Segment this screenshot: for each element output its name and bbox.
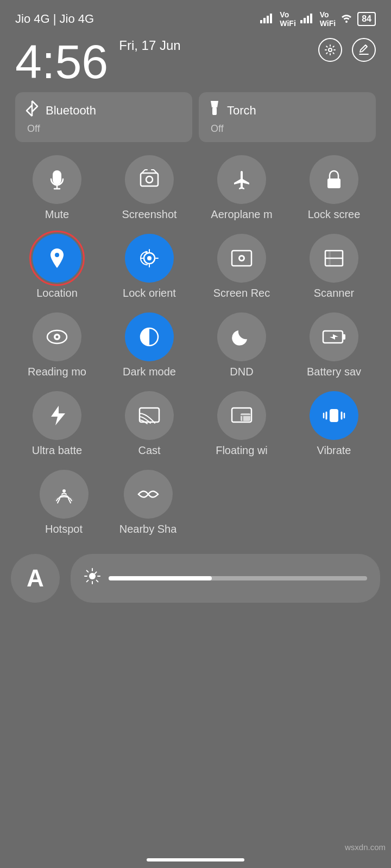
torch-label: Torch	[227, 104, 256, 118]
moon-icon	[217, 312, 266, 361]
top-quick-tiles: Bluetooth Off Torch Off	[0, 88, 391, 149]
settings-icon[interactable]	[318, 38, 342, 62]
scanner-label: Scanner	[314, 287, 355, 299]
grid-row-1: Mute Screenshot Aeroplane m Lock scree	[11, 151, 380, 225]
readingmode-tile[interactable]: Reading mo	[15, 308, 99, 382]
time-area: 4:56 Fri, 17 Jun	[0, 33, 391, 88]
svg-point-24	[56, 336, 59, 339]
aeroplane-tile[interactable]: Aeroplane m	[200, 151, 284, 225]
screenshot-tile[interactable]: Screenshot	[108, 151, 192, 225]
svg-point-12	[146, 176, 153, 183]
aeroplane-icon	[217, 155, 266, 204]
vo-wifi-label2: VoWiFi	[320, 10, 336, 28]
bolt-icon	[33, 391, 81, 440]
svg-rect-2	[267, 16, 269, 23]
lockscreen-tile[interactable]: Lock scree	[292, 151, 376, 225]
screenrec-label: Screen Rec	[213, 287, 270, 299]
svg-point-32	[62, 489, 66, 493]
date-col: Fri, 17 Jun	[119, 38, 180, 60]
battery-indicator: 84	[357, 12, 376, 26]
svg-rect-21	[329, 251, 331, 266]
readingmode-label: Reading mo	[28, 366, 86, 378]
floatingwi-icon	[217, 391, 266, 440]
bluetooth-icon	[25, 100, 39, 121]
svg-point-16	[147, 256, 152, 260]
grid-row-2: Location Lock orient Screen Rec Scanner	[11, 229, 380, 304]
darkmode-icon	[125, 312, 174, 361]
font-size-label: A	[27, 565, 44, 592]
nearbyshare-icon	[124, 470, 173, 519]
date-text: Fri, 17 Jun	[119, 38, 180, 53]
screenshot-icon	[125, 155, 174, 204]
aeroplane-label: Aeroplane m	[211, 208, 272, 221]
torch-icon	[209, 100, 220, 121]
scanner-tile[interactable]: Scanner	[292, 229, 376, 304]
grid-row-5: Hotspot Nearby Sha	[11, 465, 380, 540]
bluetooth-label: Bluetooth	[46, 104, 96, 118]
watermark: wsxdn.com	[345, 843, 386, 852]
clock: 4:56	[15, 38, 108, 86]
signal-icon2	[300, 12, 316, 26]
screenrec-icon	[217, 234, 266, 283]
font-size-button[interactable]: A	[11, 554, 60, 603]
edit-icon[interactable]	[352, 38, 376, 62]
batterysav-label: Battery sav	[307, 366, 361, 378]
brightness-track[interactable]	[109, 576, 367, 580]
torch-status: Off	[209, 123, 224, 135]
svg-rect-0	[260, 20, 262, 23]
svg-point-14	[55, 253, 59, 257]
nearbyshare-tile[interactable]: Nearby Sha	[106, 465, 190, 540]
svg-rect-9	[212, 107, 217, 115]
dnd-tile[interactable]: DND	[200, 308, 284, 382]
svg-marker-10	[211, 101, 218, 107]
ultrabatte-tile[interactable]: Ultra batte	[15, 387, 99, 461]
darkmode-label: Dark mode	[123, 366, 176, 378]
brightness-fill	[109, 576, 212, 580]
dnd-label: DND	[230, 366, 253, 378]
lockorient-icon	[125, 234, 174, 283]
hotspot-icon	[40, 470, 89, 519]
grid-row-4: Ultra batte Cast Floating wi Vibrate	[11, 387, 380, 461]
status-icons: VoWiFi VoWiFi 84	[260, 10, 376, 28]
screenshot-label: Screenshot	[122, 208, 176, 221]
nav-bar	[147, 858, 244, 861]
darkmode-tile[interactable]: Dark mode	[108, 308, 192, 382]
carrier-text: Jio 4G | Jio 4G	[15, 12, 94, 26]
floatingwi-tile[interactable]: Floating wi	[200, 387, 284, 461]
mute-tile[interactable]: Mute	[15, 151, 99, 225]
svg-rect-31	[330, 409, 338, 422]
svg-point-8	[329, 48, 332, 52]
cast-tile[interactable]: Cast	[108, 387, 192, 461]
vo-wifi-label1: VoWiFi	[280, 10, 295, 28]
svg-rect-27	[343, 334, 345, 340]
cast-label: Cast	[138, 444, 160, 457]
floatingwi-label: Floating wi	[216, 444, 268, 457]
torch-tile[interactable]: Torch Off	[199, 92, 376, 142]
batterysav-tile[interactable]: Battery sav	[292, 308, 376, 382]
svg-rect-5	[304, 18, 306, 23]
eye-icon	[33, 312, 81, 361]
scanner-icon	[310, 234, 358, 283]
grid-row-3: Reading mo Dark mode DND Battery sav	[11, 308, 380, 382]
ultrabatte-label: Ultra batte	[32, 444, 82, 457]
svg-rect-1	[263, 18, 266, 23]
lockorient-tile[interactable]: Lock orient	[108, 229, 192, 304]
svg-rect-4	[300, 20, 302, 23]
hotspot-tile[interactable]: Hotspot	[22, 465, 106, 540]
vibrate-tile[interactable]: Vibrate	[292, 387, 376, 461]
bluetooth-tile[interactable]: Bluetooth Off	[15, 92, 192, 142]
location-tile[interactable]: Location	[15, 229, 99, 304]
svg-rect-28	[140, 408, 159, 422]
cast-icon	[125, 391, 174, 440]
svg-point-19	[240, 257, 243, 260]
brightness-icon	[84, 567, 101, 589]
location-label: Location	[36, 287, 78, 299]
lockorient-label: Lock orient	[123, 287, 176, 299]
status-bar: Jio 4G | Jio 4G VoWiFi VoWiFi 84	[0, 0, 391, 33]
bottom-controls: A	[0, 548, 391, 608]
vibrate-label: Vibrate	[317, 444, 351, 457]
bluetooth-status: Off	[25, 123, 40, 135]
screenrec-tile[interactable]: Screen Rec	[200, 229, 284, 304]
hotspot-label: Hotspot	[45, 523, 83, 535]
brightness-slider[interactable]	[71, 554, 380, 603]
